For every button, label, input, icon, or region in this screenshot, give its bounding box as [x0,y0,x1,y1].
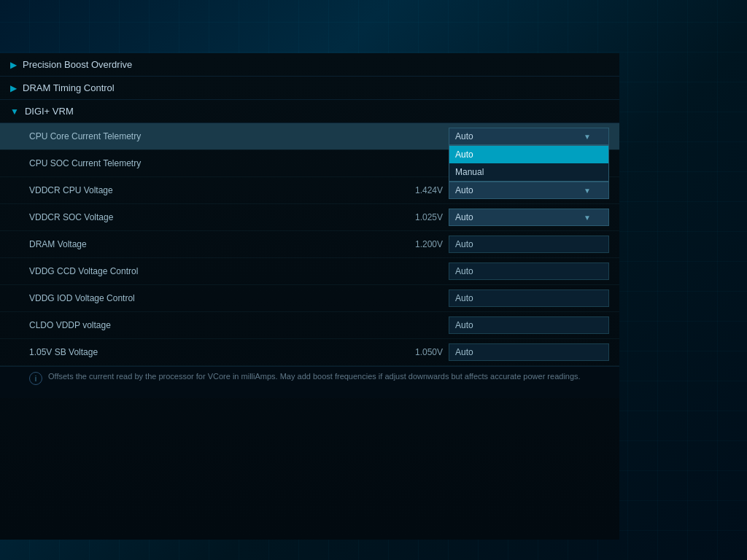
setting-vddg-iod: VDDG IOD Voltage Control Auto [0,285,619,312]
dropdown-arrow-icon: ▼ [584,187,591,195]
expand-arrow-icon: ▶ [10,83,17,93]
setting-cpu-core-current: CPU Core Current Telemetry Auto ▼ Auto M… [0,123,619,150]
setting-sb-voltage: 1.05V SB Voltage 1.050V Auto [0,339,619,366]
dropdown-arrow-icon: ▼ [584,133,591,141]
vddcr-cpu-dropdown[interactable]: Auto ▼ [449,182,609,199]
cpu-core-current-dropdown[interactable]: Auto ▼ [449,128,609,145]
section-dram-timing[interactable]: ▶ DRAM Timing Control [0,77,619,100]
setting-vddg-ccd: VDDG CCD Voltage Control Auto [0,258,619,285]
sb-voltage-field[interactable]: Auto [449,343,609,361]
info-icon: i [29,372,42,385]
info-text: Offsets the current read by the processo… [48,371,581,382]
dropdown-arrow-icon: ▼ [584,214,591,222]
section-digi-vrm[interactable]: ▼ DIGI+ VRM [0,100,619,123]
section-precision-boost[interactable]: ▶ Precision Boost Overdrive [0,53,619,77]
dram-voltage-field[interactable]: Auto [449,236,609,253]
vddcr-cpu-dropdown-wrapper: Auto ▼ [449,182,609,199]
expand-arrow-icon: ▼ [10,106,19,117]
expand-arrow-icon: ▶ [10,60,17,70]
setting-cldo-vddp: CLDO VDDP voltage Auto [0,312,619,339]
setting-vddcr-soc: VDDCR SOC Voltage 1.025V Auto ▼ [0,204,619,231]
setting-dram-voltage: DRAM Voltage 1.200V Auto [0,231,619,258]
cpu-core-current-dropdown-wrapper: Auto ▼ Auto Manual [449,128,609,145]
info-bar: i Offsets the current read by the proces… [0,366,619,398]
vddg-ccd-field[interactable]: Auto [449,262,609,280]
content-area: ▶ Precision Boost Overdrive ▶ DRAM Timin… [0,53,619,540]
cldo-vddp-field[interactable]: Auto [449,316,609,334]
vddcr-soc-dropdown-wrapper: Auto ▼ [449,209,609,226]
option-auto[interactable]: Auto [449,146,608,163]
cpu-core-current-dropdown-menu: Auto Manual [449,145,609,182]
vddg-iod-field[interactable]: Auto [449,289,609,307]
option-manual[interactable]: Manual [449,163,608,181]
vddcr-soc-dropdown[interactable]: Auto ▼ [449,209,609,226]
